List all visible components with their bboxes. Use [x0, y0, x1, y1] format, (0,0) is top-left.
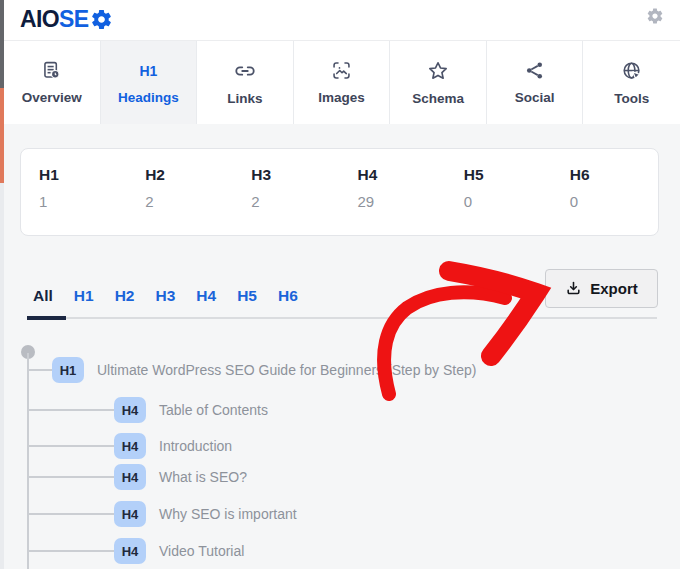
heading-text: Ultimate WordPress SEO Guide for Beginne… — [97, 362, 476, 378]
tab-label: Overview — [22, 90, 82, 105]
heading-level-badge: H4 — [114, 464, 146, 490]
h1-glyph-icon: H1 — [139, 61, 157, 81]
filter-tab-h3[interactable]: H3 — [155, 287, 175, 305]
headings-panel: H1 1 H2 2 H3 2 H4 29 H5 0 H6 0 All H1 H2… — [4, 124, 680, 569]
count-value: 2 — [251, 193, 339, 210]
filter-tab-h5[interactable]: H5 — [237, 287, 257, 305]
count-col-h2: H2 2 — [127, 149, 233, 235]
filter-tab-h1[interactable]: H1 — [74, 287, 94, 305]
heading-level-badge: H4 — [114, 538, 146, 564]
globe-cursor-icon — [621, 60, 643, 82]
settings-gear-icon[interactable] — [646, 7, 664, 25]
logo-text-blue: SE — [59, 6, 88, 33]
tab-label: Images — [318, 90, 365, 105]
tree-connector — [28, 476, 114, 478]
tree-connector — [28, 445, 114, 447]
tree-trunk-line — [27, 353, 29, 569]
count-label: H3 — [251, 166, 339, 184]
tab-label: Schema — [412, 91, 464, 106]
heading-level-badge: H1 — [52, 357, 84, 383]
count-label: H1 — [39, 166, 127, 184]
heading-text: What is SEO? — [159, 469, 247, 485]
star-icon — [427, 60, 449, 82]
tree-connector — [28, 550, 114, 552]
tree-connector — [28, 513, 114, 515]
tab-schema[interactable]: Schema — [390, 41, 487, 124]
tab-label: Links — [227, 91, 262, 106]
filter-underline-track — [27, 317, 657, 319]
count-value: 2 — [145, 193, 233, 210]
count-value: 1 — [39, 193, 127, 210]
heading-counts-card: H1 1 H2 2 H3 2 H4 29 H5 0 H6 0 — [20, 148, 659, 236]
heading-text: Table of Contents — [159, 402, 268, 418]
heading-row-h4: H4 Table of Contents — [28, 397, 268, 423]
count-value: 0 — [464, 193, 552, 210]
count-label: H6 — [570, 166, 658, 184]
filter-tab-h4[interactable]: H4 — [196, 287, 216, 305]
count-label: H4 — [358, 166, 446, 184]
count-col-h4: H4 29 — [340, 149, 446, 235]
filter-underline-active — [27, 316, 66, 320]
link-icon — [234, 60, 256, 82]
filter-tab-h6[interactable]: H6 — [278, 287, 298, 305]
heading-row-h4: H4 What is SEO? — [28, 464, 247, 490]
heading-row-h4: H4 Video Tutorial — [28, 538, 244, 564]
heading-level-badge: H4 — [114, 433, 146, 459]
heading-row-h1: H1 Ultimate WordPress SEO Guide for Begi… — [28, 357, 476, 383]
filter-tab-all[interactable]: All — [33, 287, 53, 305]
logo-text-dark: AIO — [20, 6, 59, 33]
tab-social[interactable]: Social — [487, 41, 584, 124]
count-value: 29 — [358, 193, 446, 210]
heading-level-badge: H4 — [114, 397, 146, 423]
heading-filter-tabs: All H1 H2 H3 H4 H5 H6 — [33, 287, 298, 305]
heading-text: Introduction — [159, 438, 232, 454]
filter-tab-h2[interactable]: H2 — [115, 287, 135, 305]
tab-label: Headings — [118, 90, 179, 105]
tab-bar: Overview H1 Headings Links Images Schema… — [4, 41, 680, 125]
tab-overview[interactable]: Overview — [4, 41, 101, 124]
report-document-icon — [41, 60, 62, 81]
header: AIOSE — [4, 0, 680, 41]
tree-connector — [28, 369, 52, 371]
aioseo-logo: AIOSE — [20, 6, 113, 33]
heading-level-badge: H4 — [114, 501, 146, 527]
export-button[interactable]: Export — [545, 269, 658, 308]
count-label: H5 — [464, 166, 552, 184]
tab-label: Tools — [614, 91, 649, 106]
download-icon — [565, 280, 582, 297]
heading-text: Why SEO is important — [159, 506, 297, 522]
tab-links[interactable]: Links — [197, 41, 294, 124]
count-col-h6: H6 0 — [552, 149, 658, 235]
heading-row-h4: H4 Why SEO is important — [28, 501, 297, 527]
logo-gear-icon — [90, 8, 113, 31]
tab-label: Social — [515, 90, 555, 105]
count-col-h5: H5 0 — [446, 149, 552, 235]
export-button-label: Export — [590, 280, 638, 297]
share-icon — [524, 60, 545, 81]
image-frame-icon — [331, 60, 352, 81]
tab-images[interactable]: Images — [294, 41, 391, 124]
count-col-h1: H1 1 — [21, 149, 127, 235]
heading-row-h4: H4 Introduction — [28, 433, 232, 459]
tree-connector — [28, 409, 114, 411]
heading-text: Video Tutorial — [159, 543, 244, 559]
tab-tools[interactable]: Tools — [583, 41, 680, 124]
count-value: 0 — [570, 193, 658, 210]
count-label: H2 — [145, 166, 233, 184]
tab-headings[interactable]: H1 Headings — [101, 41, 198, 124]
count-col-h3: H3 2 — [233, 149, 339, 235]
